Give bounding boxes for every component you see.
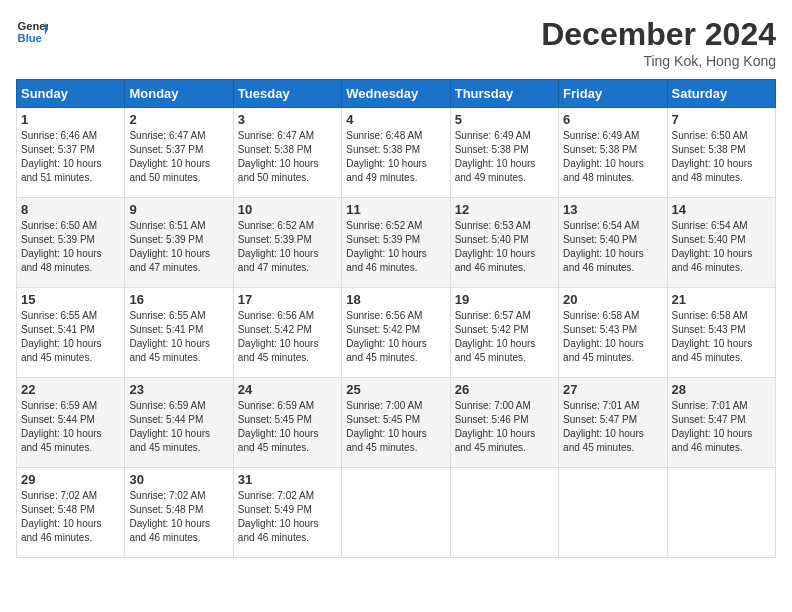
calendar-table: Sunday Monday Tuesday Wednesday Thursday… (16, 79, 776, 558)
day-info: Sunrise: 6:56 AM Sunset: 5:42 PM Dayligh… (238, 309, 337, 365)
day-number: 2 (129, 112, 228, 127)
day-info: Sunrise: 6:54 AM Sunset: 5:40 PM Dayligh… (672, 219, 771, 275)
day-info: Sunrise: 6:49 AM Sunset: 5:38 PM Dayligh… (455, 129, 554, 185)
day-info: Sunrise: 6:57 AM Sunset: 5:42 PM Dayligh… (455, 309, 554, 365)
day-cell-12: 12 Sunrise: 6:53 AM Sunset: 5:40 PM Dayl… (450, 198, 558, 288)
day-number: 20 (563, 292, 662, 307)
day-number: 21 (672, 292, 771, 307)
header-friday: Friday (559, 80, 667, 108)
day-number: 1 (21, 112, 120, 127)
logo: General Blue (16, 16, 48, 48)
day-info: Sunrise: 6:46 AM Sunset: 5:37 PM Dayligh… (21, 129, 120, 185)
header-tuesday: Tuesday (233, 80, 341, 108)
location: Ting Kok, Hong Kong (541, 53, 776, 69)
day-info: Sunrise: 6:54 AM Sunset: 5:40 PM Dayligh… (563, 219, 662, 275)
day-cell-2: 2 Sunrise: 6:47 AM Sunset: 5:37 PM Dayli… (125, 108, 233, 198)
day-number: 30 (129, 472, 228, 487)
header-monday: Monday (125, 80, 233, 108)
day-cell-8: 8 Sunrise: 6:50 AM Sunset: 5:39 PM Dayli… (17, 198, 125, 288)
day-info: Sunrise: 7:00 AM Sunset: 5:46 PM Dayligh… (455, 399, 554, 455)
day-cell-25: 25 Sunrise: 7:00 AM Sunset: 5:45 PM Dayl… (342, 378, 450, 468)
day-number: 17 (238, 292, 337, 307)
day-cell-18: 18 Sunrise: 6:56 AM Sunset: 5:42 PM Dayl… (342, 288, 450, 378)
title-block: December 2024 Ting Kok, Hong Kong (541, 16, 776, 69)
header-thursday: Thursday (450, 80, 558, 108)
day-number: 25 (346, 382, 445, 397)
calendar-week-row: 1 Sunrise: 6:46 AM Sunset: 5:37 PM Dayli… (17, 108, 776, 198)
header-saturday: Saturday (667, 80, 775, 108)
day-cell-27: 27 Sunrise: 7:01 AM Sunset: 5:47 PM Dayl… (559, 378, 667, 468)
day-info: Sunrise: 6:50 AM Sunset: 5:38 PM Dayligh… (672, 129, 771, 185)
day-cell-30: 30 Sunrise: 7:02 AM Sunset: 5:48 PM Dayl… (125, 468, 233, 558)
day-number: 11 (346, 202, 445, 217)
day-info: Sunrise: 6:59 AM Sunset: 5:44 PM Dayligh… (129, 399, 228, 455)
day-info: Sunrise: 6:59 AM Sunset: 5:45 PM Dayligh… (238, 399, 337, 455)
day-cell-28: 28 Sunrise: 7:01 AM Sunset: 5:47 PM Dayl… (667, 378, 775, 468)
day-info: Sunrise: 6:58 AM Sunset: 5:43 PM Dayligh… (563, 309, 662, 365)
day-info: Sunrise: 6:55 AM Sunset: 5:41 PM Dayligh… (129, 309, 228, 365)
day-number: 27 (563, 382, 662, 397)
day-cell-9: 9 Sunrise: 6:51 AM Sunset: 5:39 PM Dayli… (125, 198, 233, 288)
day-cell-14: 14 Sunrise: 6:54 AM Sunset: 5:40 PM Dayl… (667, 198, 775, 288)
day-number: 14 (672, 202, 771, 217)
day-cell-22: 22 Sunrise: 6:59 AM Sunset: 5:44 PM Dayl… (17, 378, 125, 468)
day-number: 18 (346, 292, 445, 307)
svg-text:Blue: Blue (18, 32, 42, 44)
day-number: 9 (129, 202, 228, 217)
day-info: Sunrise: 7:02 AM Sunset: 5:49 PM Dayligh… (238, 489, 337, 545)
day-info: Sunrise: 7:01 AM Sunset: 5:47 PM Dayligh… (563, 399, 662, 455)
day-info: Sunrise: 6:56 AM Sunset: 5:42 PM Dayligh… (346, 309, 445, 365)
day-cell-20: 20 Sunrise: 6:58 AM Sunset: 5:43 PM Dayl… (559, 288, 667, 378)
day-info: Sunrise: 6:47 AM Sunset: 5:38 PM Dayligh… (238, 129, 337, 185)
day-cell-3: 3 Sunrise: 6:47 AM Sunset: 5:38 PM Dayli… (233, 108, 341, 198)
calendar-week-row: 22 Sunrise: 6:59 AM Sunset: 5:44 PM Dayl… (17, 378, 776, 468)
day-number: 28 (672, 382, 771, 397)
day-cell-19: 19 Sunrise: 6:57 AM Sunset: 5:42 PM Dayl… (450, 288, 558, 378)
day-number: 7 (672, 112, 771, 127)
day-cell-16: 16 Sunrise: 6:55 AM Sunset: 5:41 PM Dayl… (125, 288, 233, 378)
day-number: 19 (455, 292, 554, 307)
day-info: Sunrise: 6:52 AM Sunset: 5:39 PM Dayligh… (238, 219, 337, 275)
empty-cell (667, 468, 775, 558)
day-number: 13 (563, 202, 662, 217)
day-number: 8 (21, 202, 120, 217)
day-number: 31 (238, 472, 337, 487)
day-info: Sunrise: 6:59 AM Sunset: 5:44 PM Dayligh… (21, 399, 120, 455)
day-cell-23: 23 Sunrise: 6:59 AM Sunset: 5:44 PM Dayl… (125, 378, 233, 468)
day-number: 10 (238, 202, 337, 217)
day-cell-21: 21 Sunrise: 6:58 AM Sunset: 5:43 PM Dayl… (667, 288, 775, 378)
day-info: Sunrise: 7:01 AM Sunset: 5:47 PM Dayligh… (672, 399, 771, 455)
weekday-header-row: Sunday Monday Tuesday Wednesday Thursday… (17, 80, 776, 108)
day-cell-13: 13 Sunrise: 6:54 AM Sunset: 5:40 PM Dayl… (559, 198, 667, 288)
page-header: General Blue December 2024 Ting Kok, Hon… (16, 16, 776, 69)
day-info: Sunrise: 6:51 AM Sunset: 5:39 PM Dayligh… (129, 219, 228, 275)
day-number: 23 (129, 382, 228, 397)
day-info: Sunrise: 7:00 AM Sunset: 5:45 PM Dayligh… (346, 399, 445, 455)
day-number: 3 (238, 112, 337, 127)
empty-cell (559, 468, 667, 558)
day-info: Sunrise: 6:55 AM Sunset: 5:41 PM Dayligh… (21, 309, 120, 365)
day-number: 12 (455, 202, 554, 217)
empty-cell (450, 468, 558, 558)
day-number: 16 (129, 292, 228, 307)
day-info: Sunrise: 6:52 AM Sunset: 5:39 PM Dayligh… (346, 219, 445, 275)
day-cell-11: 11 Sunrise: 6:52 AM Sunset: 5:39 PM Dayl… (342, 198, 450, 288)
day-cell-1: 1 Sunrise: 6:46 AM Sunset: 5:37 PM Dayli… (17, 108, 125, 198)
day-number: 6 (563, 112, 662, 127)
header-sunday: Sunday (17, 80, 125, 108)
day-cell-5: 5 Sunrise: 6:49 AM Sunset: 5:38 PM Dayli… (450, 108, 558, 198)
day-cell-31: 31 Sunrise: 7:02 AM Sunset: 5:49 PM Dayl… (233, 468, 341, 558)
svg-text:General: General (18, 20, 48, 32)
calendar-week-row: 15 Sunrise: 6:55 AM Sunset: 5:41 PM Dayl… (17, 288, 776, 378)
day-number: 22 (21, 382, 120, 397)
day-number: 5 (455, 112, 554, 127)
day-info: Sunrise: 6:53 AM Sunset: 5:40 PM Dayligh… (455, 219, 554, 275)
day-info: Sunrise: 6:47 AM Sunset: 5:37 PM Dayligh… (129, 129, 228, 185)
day-cell-10: 10 Sunrise: 6:52 AM Sunset: 5:39 PM Dayl… (233, 198, 341, 288)
day-cell-4: 4 Sunrise: 6:48 AM Sunset: 5:38 PM Dayli… (342, 108, 450, 198)
day-info: Sunrise: 6:58 AM Sunset: 5:43 PM Dayligh… (672, 309, 771, 365)
logo-icon: General Blue (16, 16, 48, 48)
day-info: Sunrise: 6:48 AM Sunset: 5:38 PM Dayligh… (346, 129, 445, 185)
day-cell-7: 7 Sunrise: 6:50 AM Sunset: 5:38 PM Dayli… (667, 108, 775, 198)
day-info: Sunrise: 7:02 AM Sunset: 5:48 PM Dayligh… (21, 489, 120, 545)
